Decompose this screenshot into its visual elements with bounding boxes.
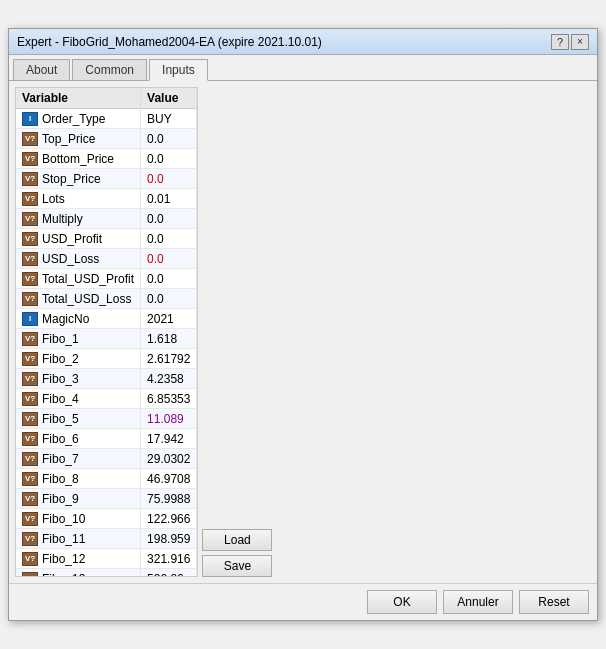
variable-name: Stop_Price — [42, 172, 101, 186]
cancel-button[interactable]: Annuler — [443, 590, 513, 614]
value-cell[interactable]: 0.01 — [141, 189, 197, 209]
value-cell[interactable]: 0.0 — [141, 249, 197, 269]
variable-name: Fibo_8 — [42, 472, 79, 486]
col-value: Value — [141, 88, 197, 109]
footer: OK Annuler Reset — [9, 583, 597, 620]
variable-cell: V?USD_Profit — [16, 229, 141, 249]
variable-cell: V?Total_USD_Profit — [16, 269, 141, 289]
table-row: V?Fibo_46.85353 — [16, 389, 197, 409]
value-cell[interactable]: 2.61792 — [141, 349, 197, 369]
double-icon: V? — [22, 292, 38, 306]
double-icon: V? — [22, 472, 38, 486]
variable-name: Fibo_7 — [42, 452, 79, 466]
variable-cell: V?Multiply — [16, 209, 141, 229]
variable-cell: IMagicNo — [16, 309, 141, 329]
int-icon: I — [22, 112, 38, 126]
value-cell[interactable]: 11.089 — [141, 409, 197, 429]
help-button[interactable]: ? — [551, 34, 569, 50]
table-row: V?Fibo_846.9708 — [16, 469, 197, 489]
close-button[interactable]: × — [571, 34, 589, 50]
variable-cell: V?Fibo_10 — [16, 509, 141, 529]
table-row: V?Multiply0.0 — [16, 209, 197, 229]
variable-name: Order_Type — [42, 112, 105, 126]
table-row: IMagicNo2021 — [16, 309, 197, 329]
value-cell[interactable]: 0.0 — [141, 169, 197, 189]
double-icon: V? — [22, 352, 38, 366]
double-icon: V? — [22, 552, 38, 566]
double-icon: V? — [22, 192, 38, 206]
tab-about[interactable]: About — [13, 59, 70, 80]
variable-cell: V?Top_Price — [16, 129, 141, 149]
variable-name: Fibo_13 — [42, 572, 85, 578]
variable-name: Top_Price — [42, 132, 95, 146]
variable-cell: V?Fibo_8 — [16, 469, 141, 489]
double-icon: V? — [22, 492, 38, 506]
table-row: V?Fibo_511.089 — [16, 409, 197, 429]
double-icon: V? — [22, 452, 38, 466]
variable-name: USD_Loss — [42, 252, 99, 266]
double-icon: V? — [22, 432, 38, 446]
value-cell[interactable]: 75.9988 — [141, 489, 197, 509]
value-cell[interactable]: 0.0 — [141, 149, 197, 169]
value-cell[interactable]: 520.86 — [141, 569, 197, 578]
variable-name: Bottom_Price — [42, 152, 114, 166]
double-icon: V? — [22, 132, 38, 146]
variable-name: Total_USD_Profit — [42, 272, 134, 286]
side-buttons: Load Save — [202, 87, 272, 577]
table-row: V?Fibo_22.61792 — [16, 349, 197, 369]
title-bar: Expert - FiboGrid_Mohamed2004-EA (expire… — [9, 29, 597, 55]
double-icon: V? — [22, 392, 38, 406]
value-cell[interactable]: 0.0 — [141, 269, 197, 289]
variable-cell: V?Stop_Price — [16, 169, 141, 189]
ok-button[interactable]: OK — [367, 590, 437, 614]
double-icon: V? — [22, 532, 38, 546]
tab-bar: About Common Inputs — [9, 55, 597, 81]
value-cell[interactable]: 2021 — [141, 309, 197, 329]
table-and-side: Variable Value IOrder_TypeBUYV?Top_Price… — [15, 87, 591, 577]
variable-cell: IOrder_Type — [16, 109, 141, 129]
double-icon: V? — [22, 232, 38, 246]
variable-name: Fibo_2 — [42, 352, 79, 366]
variable-name: MagicNo — [42, 312, 89, 326]
value-cell[interactable]: BUY — [141, 109, 197, 129]
variable-cell: V?Fibo_7 — [16, 449, 141, 469]
value-cell[interactable]: 0.0 — [141, 289, 197, 309]
table-row: V?Fibo_11198.959 — [16, 529, 197, 549]
save-button[interactable]: Save — [202, 555, 272, 577]
variable-name: Fibo_9 — [42, 492, 79, 506]
value-cell[interactable]: 6.85353 — [141, 389, 197, 409]
value-cell[interactable]: 1.618 — [141, 329, 197, 349]
tab-common[interactable]: Common — [72, 59, 147, 80]
table-row: IOrder_TypeBUY — [16, 109, 197, 129]
value-cell[interactable]: 29.0302 — [141, 449, 197, 469]
col-variable: Variable — [16, 88, 141, 109]
int-icon: I — [22, 312, 38, 326]
table-row: V?Fibo_10122.966 — [16, 509, 197, 529]
value-cell[interactable]: 4.2358 — [141, 369, 197, 389]
value-cell[interactable]: 0.0 — [141, 209, 197, 229]
double-icon: V? — [22, 152, 38, 166]
reset-button[interactable]: Reset — [519, 590, 589, 614]
value-cell[interactable]: 321.916 — [141, 549, 197, 569]
double-icon: V? — [22, 572, 38, 578]
variable-cell: V?Lots — [16, 189, 141, 209]
variable-cell: V?Fibo_1 — [16, 329, 141, 349]
table-row: V?Total_USD_Loss0.0 — [16, 289, 197, 309]
variable-name: USD_Profit — [42, 232, 102, 246]
variable-name: Lots — [42, 192, 65, 206]
table-row: V?Stop_Price0.0 — [16, 169, 197, 189]
value-cell[interactable]: 17.942 — [141, 429, 197, 449]
double-icon: V? — [22, 372, 38, 386]
value-cell[interactable]: 122.966 — [141, 509, 197, 529]
value-cell[interactable]: 0.0 — [141, 129, 197, 149]
table-row: V?Fibo_13520.86 — [16, 569, 197, 578]
value-cell[interactable]: 46.9708 — [141, 469, 197, 489]
double-icon: V? — [22, 252, 38, 266]
load-button[interactable]: Load — [202, 529, 272, 551]
tab-inputs[interactable]: Inputs — [149, 59, 208, 81]
content-area: Variable Value IOrder_TypeBUYV?Top_Price… — [9, 81, 597, 583]
value-cell[interactable]: 0.0 — [141, 229, 197, 249]
table-row: V?Fibo_11.618 — [16, 329, 197, 349]
table-row: V?Fibo_12321.916 — [16, 549, 197, 569]
value-cell[interactable]: 198.959 — [141, 529, 197, 549]
